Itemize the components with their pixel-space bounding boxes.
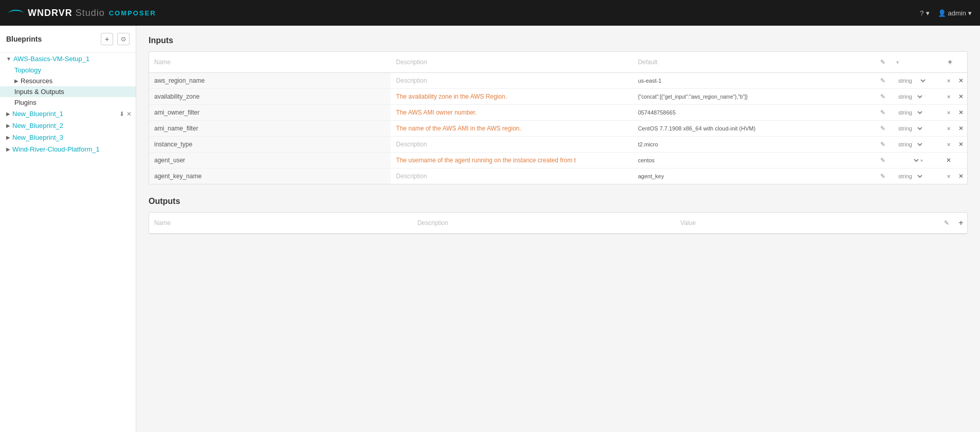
outputs-table: ✎ + <box>149 212 968 234</box>
user-label: admin <box>948 9 966 17</box>
add-blueprint-button[interactable]: + <box>101 33 113 45</box>
help-icon: ? <box>920 9 923 17</box>
name-value: ami_owner_filter <box>154 109 199 116</box>
delete-icon: ✕ <box>958 93 964 100</box>
wind-river-label: Wind-River-Cloud-Platform_1 <box>12 145 100 153</box>
row-type[interactable]: string integer <box>891 89 942 104</box>
desc-placeholder: Description <box>396 77 427 84</box>
type-select[interactable]: string integer <box>896 125 924 132</box>
row-delete-bold[interactable]: ✕ <box>955 121 967 136</box>
name-value: aws_region_name <box>154 77 205 84</box>
tree-item-aws-basics[interactable]: ▼ AWS-Basics-VM-Setup_1 <box>0 53 136 65</box>
table-row: aws_region_name Description us-east-1 ✎ … <box>149 73 967 89</box>
header-left: WNDRVR Studio COMPOSER <box>8 8 156 18</box>
type-select[interactable]: string integer <box>896 173 924 180</box>
add-output-button[interactable]: + <box>958 217 963 229</box>
row-delete-bold[interactable]: ✕ <box>955 137 967 152</box>
outputs-table-header: ✎ + <box>149 213 967 234</box>
tree-item-resources[interactable]: ▶ Resources <box>0 76 136 86</box>
row-delete-bold[interactable]: ✕ <box>955 105 967 120</box>
row-type[interactable]: string ▾ <box>891 153 942 168</box>
row-edit-button[interactable]: ✎ <box>875 168 891 184</box>
new-description-input[interactable] <box>396 59 627 66</box>
type-select[interactable]: string integer <box>896 141 924 148</box>
tree-item-topology[interactable]: Topology <box>0 65 136 76</box>
row-edit-button[interactable]: ✎ <box>875 153 891 168</box>
row-delete-x[interactable]: ✕ <box>942 105 955 120</box>
row-description: The availability zone in the AWS Region. <box>391 89 632 104</box>
row-edit-button[interactable]: ✎ <box>875 121 891 136</box>
default-value: {"concat":[{"get_input":"aws_region_name… <box>638 94 748 100</box>
composer-label: COMPOSER <box>109 9 156 17</box>
row-delete-bold[interactable]: ✕ <box>955 168 967 184</box>
tree-item-plugins[interactable]: Plugins <box>0 97 136 108</box>
inputs-outputs-label: Inputs & Outputs <box>14 88 64 96</box>
row-name: agent_key_name <box>149 168 391 184</box>
table-row: ami_name_filter The name of the AWS AMI … <box>149 121 967 137</box>
close-icon[interactable]: ✕ <box>126 110 132 118</box>
row-default: CentOS 7.7.1908 x86_64 with cloud-init (… <box>633 121 875 136</box>
row-delete-x[interactable]: ✕ <box>942 168 955 184</box>
row-delete-bold[interactable]: ✕ <box>955 89 967 104</box>
help-menu[interactable]: ? ▾ <box>920 9 929 17</box>
tree-item-new-blueprint-2[interactable]: ▶ New_Blueprint_2 <box>0 120 136 132</box>
default-value: centos <box>638 157 655 163</box>
row-name: aws_region_name <box>149 73 391 88</box>
new-default-input[interactable] <box>638 59 869 66</box>
type-select[interactable]: string integer <box>896 93 924 100</box>
tree-item-wind-river[interactable]: ▶ Wind-River-Cloud-Platform_1 <box>0 143 136 155</box>
row-type[interactable]: string integer <box>891 105 942 120</box>
tree-item-new-blueprint-1[interactable]: ▶ New_Blueprint_1 ⬇ ✕ <box>0 108 136 120</box>
new-name-input[interactable] <box>154 59 386 66</box>
studio-label: Studio <box>76 8 105 18</box>
row-default: {"concat":[{"get_input":"aws_region_name… <box>633 89 875 104</box>
row-delete-x[interactable]: ✕ <box>942 89 955 104</box>
user-caret: ▾ <box>968 9 972 17</box>
default-value: agent_key <box>638 173 664 179</box>
add-input-button[interactable]: + <box>948 56 952 68</box>
row-type[interactable]: string integer boolean <box>891 73 942 88</box>
row-type[interactable]: string integer <box>891 137 942 152</box>
row-edit-button[interactable]: ✎ <box>875 137 891 152</box>
type-select[interactable]: string integer <box>896 109 924 116</box>
sidebar-actions: + ⊙ <box>101 33 130 45</box>
edit-icon: ✎ <box>880 59 885 66</box>
expand-arrow: ▼ <box>6 56 11 62</box>
download-icon[interactable]: ⬇ <box>119 110 124 118</box>
output-name-input[interactable] <box>154 219 407 227</box>
tree-item-inputs-outputs[interactable]: Inputs & Outputs <box>0 86 136 97</box>
type-dropdown-header: ▾ <box>896 59 899 66</box>
row-edit-button[interactable]: ✎ <box>875 89 891 104</box>
row-delete-x[interactable]: ✕ <box>942 137 955 152</box>
row-description: The AWS AMI owner number. <box>391 105 632 120</box>
row-edit-button[interactable]: ✎ <box>875 105 891 120</box>
name-value: agent_key_name <box>154 173 202 180</box>
row-delete-bold[interactable]: ✕ <box>955 73 967 88</box>
table-row: agent_user The username of the agent run… <box>149 153 967 168</box>
tree-item-new-blueprint-3[interactable]: ▶ New_Blueprint_3 <box>0 132 136 143</box>
user-icon: 👤 <box>938 9 946 17</box>
type-caret: ▾ <box>920 158 923 163</box>
row-type[interactable]: string integer <box>891 168 942 184</box>
desc-value: The availability zone in the AWS Region. <box>396 93 507 100</box>
outputs-th-name <box>149 213 412 233</box>
row-edit-button[interactable]: ✎ <box>875 73 891 88</box>
output-description-input[interactable] <box>418 219 670 227</box>
type-select[interactable]: string <box>896 157 920 164</box>
inputs-table-header: ✎ ▾ + <box>149 52 967 73</box>
row-delete-x[interactable]: ✕ <box>942 121 955 136</box>
outputs-edit-icon[interactable]: ✎ <box>938 213 955 233</box>
edit-icon: ✎ <box>880 77 885 84</box>
refresh-button[interactable]: ⊙ <box>117 33 130 45</box>
type-select[interactable]: string integer boolean <box>896 77 927 84</box>
row-type[interactable]: string integer <box>891 121 942 136</box>
user-menu[interactable]: 👤 admin ▾ <box>938 9 972 17</box>
desc-value: The username of the agent running on the… <box>396 157 576 164</box>
row-delete-x[interactable]: ✕ <box>942 73 955 88</box>
delete-icon: ✕ <box>958 77 964 84</box>
output-value-input[interactable] <box>680 219 933 227</box>
row-description: Description <box>391 137 632 152</box>
row-description: The username of the agent running on the… <box>391 153 632 168</box>
row-delete-bold[interactable]: ✕ <box>942 153 955 168</box>
th-edit-icon[interactable]: ✎ <box>875 52 891 72</box>
